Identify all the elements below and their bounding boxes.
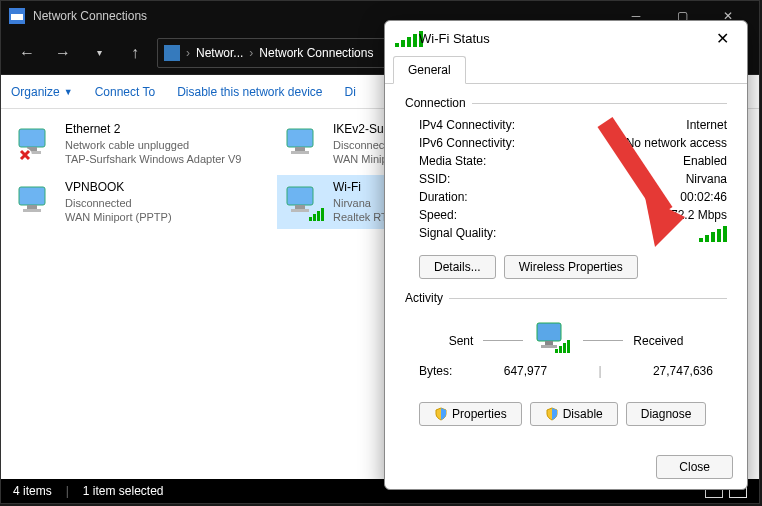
back-button[interactable]: ←: [13, 39, 41, 67]
duration-label: Duration:: [419, 190, 468, 204]
organize-menu[interactable]: Organize ▼: [11, 85, 73, 99]
received-label: Received: [633, 334, 683, 348]
tab-general[interactable]: General: [393, 56, 466, 84]
disable-button[interactable]: Disable: [530, 402, 618, 426]
svg-rect-1: [11, 14, 23, 20]
diagnose-button[interactable]: Diagnose: [626, 402, 707, 426]
dialog-close-button[interactable]: ✕: [707, 23, 737, 53]
shield-icon: [545, 407, 559, 421]
dialog-tabs: General: [385, 55, 747, 84]
duration-value: 00:02:46: [680, 190, 727, 204]
dialog-close-button-footer[interactable]: Close: [656, 455, 733, 479]
signal-quality-value: [699, 226, 727, 245]
wifi-status-dialog: Wi-Fi Status ✕ General Connection IPv4 C…: [384, 20, 748, 490]
connection-section-header: Connection: [405, 96, 727, 110]
connection-name: Ethernet 2: [65, 122, 241, 138]
connect-to-button[interactable]: Connect To: [95, 85, 156, 99]
speed-label: Speed:: [419, 208, 457, 222]
svg-rect-2: [19, 129, 45, 147]
dialog-body: Connection IPv4 Connectivity:Internet IP…: [385, 84, 747, 445]
shield-icon: [434, 407, 448, 421]
speed-value: 72.2 Mbps: [671, 208, 727, 222]
details-button[interactable]: Details...: [419, 255, 496, 279]
computer-icon: [533, 321, 573, 360]
breadcrumb-item-2[interactable]: Network Connections: [259, 46, 373, 60]
network-adapter-icon: [15, 181, 57, 223]
svg-rect-8: [291, 151, 309, 154]
svg-rect-16: [313, 214, 316, 221]
ipv6-label: IPv6 Connectivity:: [419, 136, 515, 150]
bytes-label: Bytes:: [419, 364, 452, 378]
ssid-value: Nirvana: [686, 172, 727, 186]
svg-rect-6: [287, 129, 313, 147]
media-label: Media State:: [419, 154, 486, 168]
disable-device-button[interactable]: Disable this network device: [177, 85, 322, 99]
bytes-received-value: 27,747,636: [653, 364, 713, 378]
ipv4-label: IPv4 Connectivity:: [419, 118, 515, 132]
sent-label: Sent: [449, 334, 474, 348]
svg-rect-9: [19, 187, 45, 205]
connection-item[interactable]: VPNBOOK Disconnected WAN Miniport (PPTP): [9, 175, 257, 229]
wireless-properties-button[interactable]: Wireless Properties: [504, 255, 638, 279]
connection-status: Network cable unplugged: [65, 138, 241, 152]
up-button[interactable]: ↑: [121, 39, 149, 67]
svg-rect-25: [567, 340, 570, 353]
svg-rect-20: [545, 341, 553, 345]
svg-rect-14: [291, 209, 309, 212]
chevron-down-icon: ▼: [64, 87, 73, 97]
signal-quality-label: Signal Quality:: [419, 226, 496, 245]
chevron-right-icon: ›: [249, 46, 253, 60]
dialog-titlebar: Wi-Fi Status ✕: [385, 21, 747, 55]
ssid-label: SSID:: [419, 172, 450, 186]
media-value: Enabled: [683, 154, 727, 168]
app-icon: [9, 8, 25, 24]
breadcrumb-icon: [164, 45, 180, 61]
svg-rect-17: [317, 211, 320, 221]
activity-graphic: Sent Received: [419, 321, 713, 360]
svg-rect-23: [559, 346, 562, 353]
svg-rect-13: [295, 205, 305, 209]
svg-rect-7: [295, 147, 305, 151]
svg-rect-24: [563, 343, 566, 353]
bytes-sent-value: 647,977: [504, 364, 547, 378]
ipv6-value: No network access: [626, 136, 727, 150]
svg-rect-10: [27, 205, 37, 209]
connection-name: VPNBOOK: [65, 180, 172, 196]
forward-button[interactable]: →: [49, 39, 77, 67]
connection-status: Disconnected: [65, 196, 172, 210]
svg-rect-12: [287, 187, 313, 205]
signal-icon: [395, 31, 411, 45]
connection-device: TAP-Surfshark Windows Adapter V9: [65, 152, 241, 166]
svg-rect-11: [23, 209, 41, 212]
diagnose-button-truncated[interactable]: Di: [345, 85, 356, 99]
network-adapter-icon: [283, 123, 325, 165]
item-count: 4 items: [13, 484, 52, 498]
svg-rect-18: [321, 208, 324, 221]
connection-device: WAN Miniport (PPTP): [65, 210, 172, 224]
dialog-title: Wi-Fi Status: [419, 31, 490, 46]
activity-section-header: Activity: [405, 291, 727, 305]
network-adapter-icon: [283, 181, 325, 223]
chevron-right-icon: ›: [186, 46, 190, 60]
recent-dropdown[interactable]: ▾: [85, 39, 113, 67]
network-adapter-icon: [15, 123, 57, 165]
ipv4-value: Internet: [686, 118, 727, 132]
selected-count: 1 item selected: [83, 484, 164, 498]
svg-rect-22: [555, 349, 558, 353]
breadcrumb-item-1[interactable]: Networ...: [196, 46, 243, 60]
connection-item[interactable]: Ethernet 2 Network cable unplugged TAP-S…: [9, 117, 257, 171]
svg-rect-21: [541, 345, 557, 348]
dialog-footer: Close: [385, 445, 747, 489]
properties-button[interactable]: Properties: [419, 402, 522, 426]
svg-rect-19: [537, 323, 561, 341]
svg-rect-15: [309, 217, 312, 221]
